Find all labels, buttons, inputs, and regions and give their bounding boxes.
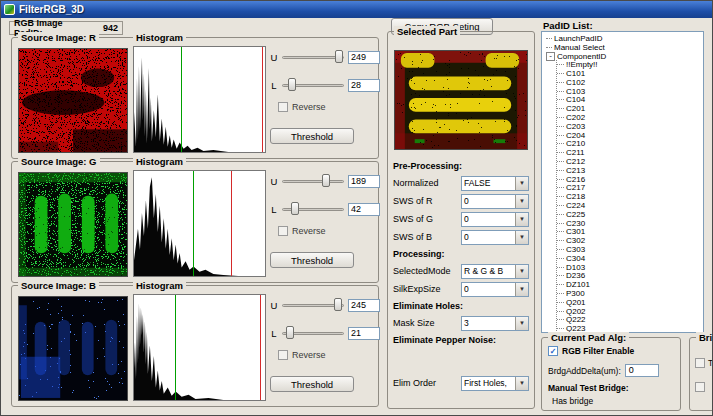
tree-connector [557, 311, 564, 312]
tree-item[interactable]: C103 [557, 87, 703, 96]
reverse-checkbox[interactable] [278, 226, 288, 236]
slider-thumb[interactable] [291, 202, 299, 215]
tree-item[interactable]: Q202 [557, 307, 703, 316]
tree-item[interactable]: C301 [557, 228, 703, 237]
reverse-checkbox[interactable] [278, 350, 288, 360]
param-combo[interactable]: 0▼ [461, 230, 529, 245]
tree-item[interactable]: C225 [557, 210, 703, 219]
u-value-field[interactable]: 249 [348, 51, 380, 64]
tree-item[interactable]: D103 [557, 263, 703, 272]
param-combo[interactable]: First Holes,▼ [461, 376, 529, 391]
threshold-button[interactable]: Threshold [270, 128, 354, 144]
threshold-button[interactable]: Threshold [270, 252, 354, 268]
tree-item[interactable]: C302 [557, 236, 703, 245]
l-value-field[interactable]: 28 [348, 79, 380, 92]
tree-item[interactable]: DZ101 [557, 280, 703, 289]
tree-item[interactable]: C104 [557, 96, 703, 105]
tree-item[interactable]: Manual Select [546, 43, 703, 52]
tree-item[interactable]: C204 [557, 131, 703, 140]
l-slider[interactable] [282, 78, 344, 92]
tree-item[interactable]: C201 [557, 104, 703, 113]
u-value-field[interactable]: 189 [348, 175, 380, 188]
chevron-down-icon[interactable]: ▼ [515, 377, 528, 390]
tree-item-label: C204 [566, 131, 585, 140]
source-image-r-canvas [18, 48, 128, 153]
group-title: Current Pad Alg: [548, 332, 629, 343]
chevron-down-icon[interactable]: ▼ [515, 231, 528, 244]
tree-connector [557, 258, 564, 259]
param-combo[interactable]: 0▼ [461, 212, 529, 227]
manual-test-bridge-value: Has bridge [552, 396, 593, 406]
param-combo[interactable]: 0▼ [461, 194, 529, 209]
tree-item[interactable]: C213 [557, 166, 703, 175]
rgb-image-padid-value: 942 [103, 23, 118, 33]
tree-connector [557, 328, 564, 329]
tree-item[interactable]: C203 [557, 122, 703, 131]
tree-item[interactable]: C202 [557, 113, 703, 122]
reverse-checkbox[interactable] [278, 102, 288, 112]
chevron-down-icon[interactable]: ▼ [515, 265, 528, 278]
tree-item[interactable]: C102 [557, 78, 703, 87]
tree-item[interactable]: C210 [557, 140, 703, 149]
tree-item[interactable]: -ComponentID [546, 52, 703, 61]
tl2-checkbox[interactable] [695, 382, 705, 392]
threshold-button[interactable]: Threshold [270, 376, 354, 392]
tree-item[interactable]: C303 [557, 245, 703, 254]
source-image-b-group: Source Image: B Histogram U 2 [11, 285, 379, 407]
tree-item[interactable]: C224 [557, 201, 703, 210]
padid-tree[interactable]: LaunchPadIDManual Select-ComponentID!!Em… [541, 31, 704, 333]
tree-item[interactable]: C211 [557, 148, 703, 157]
u-value-field[interactable]: 245 [348, 299, 380, 312]
l-slider[interactable] [282, 202, 344, 216]
bridge-delta-input[interactable]: 0 [625, 364, 659, 377]
tree-item[interactable]: C218 [557, 192, 703, 201]
l-value-field[interactable]: 21 [348, 327, 380, 340]
chevron-down-icon[interactable]: ▼ [515, 283, 528, 296]
chevron-down-icon[interactable]: ▼ [515, 177, 528, 190]
param-combo[interactable]: 3▼ [461, 316, 529, 331]
slider-thumb[interactable] [322, 174, 330, 187]
tree-connector [557, 302, 564, 303]
tree-item[interactable]: C101 [557, 69, 703, 78]
l-value-field[interactable]: 42 [348, 203, 380, 216]
tree-item[interactable]: C230 [557, 219, 703, 228]
slider-thumb[interactable] [286, 326, 294, 339]
tree-item[interactable]: Q201 [557, 298, 703, 307]
tree-item[interactable]: P300 [557, 289, 703, 298]
title-bar[interactable]: FilterRGB_3D [1, 1, 712, 18]
slider-thumb[interactable] [334, 298, 342, 311]
param-row: SWS of R0▼ [393, 192, 530, 210]
rgb-filter-enable-checkbox[interactable] [548, 346, 558, 356]
tree-item-label: C217 [566, 183, 585, 192]
l-slider[interactable] [282, 326, 344, 340]
l-label: L [270, 328, 278, 339]
tree-connector [557, 267, 564, 268]
tree-connector [557, 214, 564, 215]
param-combo[interactable]: 0▼ [461, 282, 529, 297]
chevron-down-icon[interactable]: ▼ [515, 317, 528, 330]
tree-item[interactable]: C304 [557, 254, 703, 263]
tree-item-label: C230 [566, 219, 585, 228]
u-slider[interactable] [282, 50, 344, 64]
collapse-icon[interactable]: - [546, 52, 555, 61]
tree-connector [557, 284, 564, 285]
u-slider[interactable] [282, 174, 344, 188]
slider-thumb[interactable] [288, 78, 296, 91]
tree-item[interactable]: C217 [557, 184, 703, 193]
chevron-down-icon[interactable]: ▼ [515, 195, 528, 208]
slider-thumb[interactable] [335, 50, 343, 63]
u-slider[interactable] [282, 298, 344, 312]
tree-item[interactable]: C216 [557, 175, 703, 184]
chevron-down-icon[interactable]: ▼ [515, 213, 528, 226]
tree-connector [557, 319, 564, 320]
tree-item[interactable]: Q222 [557, 316, 703, 325]
tree-item[interactable]: !!Empty!! [557, 60, 703, 69]
histogram-label: Histogram [133, 156, 186, 167]
param-combo[interactable]: R & G & B▼ [461, 264, 529, 279]
param-row: SWS of G0▼ [393, 210, 530, 228]
tl-checkbox[interactable] [695, 358, 705, 368]
tree-item[interactable]: C212 [557, 157, 703, 166]
tree-item[interactable]: LaunchPadID [546, 34, 703, 43]
param-combo[interactable]: FALSE▼ [461, 176, 529, 191]
tree-item[interactable]: D236 [557, 272, 703, 281]
